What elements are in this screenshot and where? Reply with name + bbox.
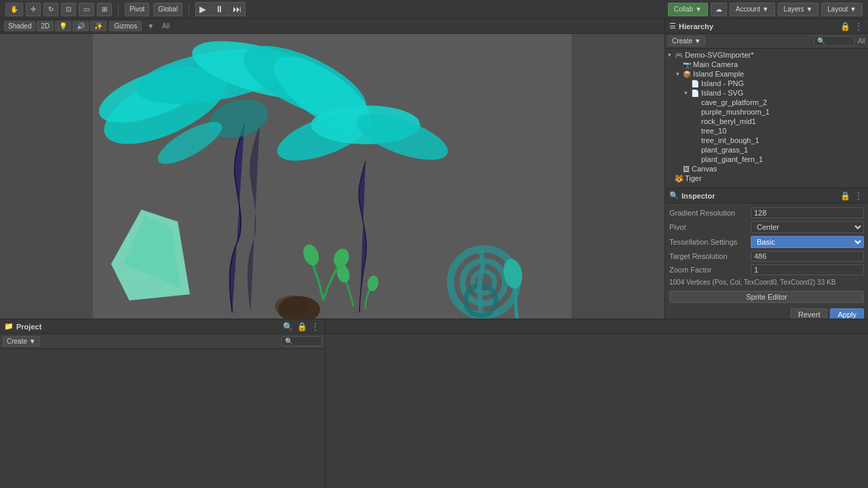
target-resolution-input[interactable] — [751, 251, 864, 262]
project-menu-btn[interactable]: ⋮ — [310, 322, 321, 331]
apply-btn[interactable]: Apply — [830, 308, 864, 319]
hierarchy-item[interactable]: tree_int_bough_1 — [665, 136, 868, 145]
project-search[interactable] — [281, 336, 322, 346]
hierarchy-item[interactable]: ▾📦Island Example — [665, 69, 868, 79]
play-btn[interactable]: ▶ — [195, 2, 210, 16]
project-search-btn[interactable]: 🔍 — [281, 322, 294, 331]
gradient-resolution-label: Gradient Resolution — [669, 209, 751, 217]
project-tree — [0, 349, 325, 488]
hierarchy-item[interactable]: cave_gr_platform_2 — [665, 98, 868, 107]
zoom-factor-value — [751, 264, 864, 275]
scene-svg — [0, 34, 665, 319]
top-toolbar: ✋ ✛ ↻ ⊡ ▭ ⊞ Pivot Global ▶ ⏸ ⏭ Collab ▼ … — [0, 0, 868, 19]
bottom-right-panel — [326, 319, 868, 488]
scene-audio-btn[interactable]: 🔊 — [73, 21, 89, 31]
scale-tool-btn[interactable]: ⊡ — [61, 3, 76, 16]
scene-canvas[interactable] — [0, 34, 665, 319]
gradient-resolution-input[interactable] — [751, 207, 864, 218]
step-btn[interactable]: ⏭ — [229, 2, 245, 16]
project-lock-btn[interactable]: 🔒 — [296, 322, 309, 331]
project-panel: 📁 Project 🔍 🔒 ⋮ Create ▼ — [0, 319, 326, 488]
all-label: All — [162, 22, 170, 30]
gradient-resolution-row: Gradient Resolution — [669, 206, 864, 220]
layout-btn[interactable]: Layout ▼ — [821, 3, 863, 16]
gizmos-separator: ▼ — [147, 22, 154, 30]
zoom-factor-input[interactable] — [751, 264, 864, 275]
move-tool-btn[interactable]: ✛ — [26, 3, 41, 16]
hierarchy-item[interactable]: purple_mushroom_1 — [665, 107, 868, 117]
hierarchy-item[interactable]: 📷Main Camera — [665, 60, 868, 69]
tessellation-label: Tessellation Settings — [669, 238, 751, 246]
scene-2d-btn[interactable]: 2D — [37, 21, 54, 31]
hierarchy-search[interactable] — [814, 36, 854, 46]
hierarchy-create-btn[interactable]: Create ▼ — [668, 36, 705, 46]
hierarchy-title: Hierarchy — [679, 22, 713, 30]
bottom-panels: 📁 Project 🔍 🔒 ⋮ Create ▼ — [0, 319, 868, 488]
hierarchy-item[interactable]: 🐯Tiger — [665, 174, 868, 183]
revert-btn[interactable]: Revert — [791, 308, 827, 319]
project-create-btn[interactable]: Create ▼ — [3, 336, 40, 346]
right-panel: ☰ Hierarchy 🔒 ⋮ Create ▼ All ▾🎮Demo-SVGI… — [665, 19, 868, 319]
pivot-select[interactable]: Center — [751, 221, 864, 233]
hierarchy-item[interactable]: 📄Island - PNG — [665, 79, 868, 88]
hierarchy-toolbar: Create ▼ All — [665, 34, 868, 49]
layers-btn[interactable]: Layers ▼ — [778, 3, 819, 16]
hierarchy-lock-btn[interactable]: 🔒 — [839, 22, 852, 31]
target-resolution-row: Target Resolution — [669, 249, 864, 263]
play-controls: ▶ ⏸ ⏭ — [195, 2, 245, 16]
sep1 — [118, 3, 119, 16]
hierarchy-item[interactable]: tree_10 — [665, 126, 868, 136]
inspector-buttons: Revert Apply — [669, 306, 864, 319]
hierarchy-item[interactable]: 🖼Canvas — [665, 164, 868, 174]
collab-btn[interactable]: Collab ▼ — [668, 3, 708, 16]
inspector-actions: 🔒 ⋮ — [839, 191, 864, 201]
inspector-content: Gradient Resolution Pivot Center Tessell… — [665, 203, 868, 319]
scene-shading-btn[interactable]: Shaded — [4, 21, 35, 31]
global-btn[interactable]: Global — [153, 3, 182, 16]
pivot-btn[interactable]: Pivot — [125, 3, 149, 16]
target-resolution-value — [751, 251, 864, 262]
account-btn[interactable]: Account ▼ — [730, 3, 775, 16]
inspector-icon: 🔍 — [669, 191, 679, 200]
scene-fx-btn[interactable]: ✨ — [90, 21, 106, 31]
tessellation-select[interactable]: Basic — [751, 236, 864, 248]
rotate-tool-btn[interactable]: ↻ — [43, 3, 58, 16]
gizmos-btn[interactable]: Gizmos — [109, 21, 142, 31]
hierarchy-actions: 🔒 ⋮ — [839, 22, 864, 31]
hierarchy-all-label: All — [858, 37, 865, 45]
rect-tool-btn[interactable]: ▭ — [79, 3, 94, 16]
main-content: Shaded 2D 💡 🔊 ✨ Gizmos ▼ All — [0, 19, 868, 319]
cloud-btn[interactable]: ☁ — [711, 3, 727, 16]
scene-toolbar: Shaded 2D 💡 🔊 ✨ Gizmos ▼ All — [0, 19, 665, 34]
pivot-row: Pivot Center — [669, 220, 864, 235]
bottom-right-header — [326, 319, 868, 334]
pause-btn[interactable]: ⏸ — [211, 2, 228, 16]
hierarchy-tree: ▾🎮Demo-SVGImporter* 📷Main Camera▾📦Island… — [665, 49, 868, 188]
inspector-panel: 🔍 Inspector 🔒 ⋮ Gradient Resolution Pivo… — [665, 188, 868, 319]
hand-tool-btn[interactable]: ✋ — [5, 3, 23, 16]
scene-tools: Shaded 2D 💡 🔊 ✨ — [4, 21, 106, 31]
inspector-lock-btn[interactable]: 🔒 — [839, 191, 852, 201]
scene-light-btn[interactable]: 💡 — [55, 21, 71, 31]
inspector-menu-btn[interactable]: ⋮ — [853, 191, 864, 201]
hierarchy-icon: ☰ — [669, 22, 676, 30]
hierarchy-item[interactable]: plant_grass_1 — [665, 145, 868, 155]
project-title: Project — [16, 323, 41, 331]
scene-view: Shaded 2D 💡 🔊 ✨ Gizmos ▼ All — [0, 19, 665, 319]
inspector-title: Inspector — [682, 192, 715, 200]
zoom-factor-row: Zoom Factor — [669, 263, 864, 277]
sep2 — [189, 3, 189, 16]
hierarchy-menu-btn[interactable]: ⋮ — [853, 22, 864, 31]
hierarchy-item[interactable]: rock_beryl_mid1 — [665, 117, 868, 126]
tessellation-row: Tessellation Settings Basic — [669, 235, 864, 249]
transform-tool-btn[interactable]: ⊞ — [97, 3, 112, 16]
hierarchy-item[interactable]: ▾🎮Demo-SVGImporter* — [665, 50, 868, 60]
hierarchy-item[interactable]: plant_giant_fern_1 — [665, 155, 868, 164]
project-actions: 🔍 🔒 ⋮ — [281, 322, 321, 331]
sprite-editor-btn[interactable]: Sprite Editor — [669, 291, 864, 303]
hierarchy-item[interactable]: ▾📄Island - SVG — [665, 88, 868, 98]
pivot-label: Pivot — [669, 223, 751, 231]
transform-tools: ✋ ✛ ↻ ⊡ ▭ ⊞ — [5, 3, 112, 16]
target-resolution-label: Target Resolution — [669, 252, 751, 260]
hierarchy-panel: ☰ Hierarchy 🔒 ⋮ Create ▼ All ▾🎮Demo-SVGI… — [665, 19, 868, 188]
